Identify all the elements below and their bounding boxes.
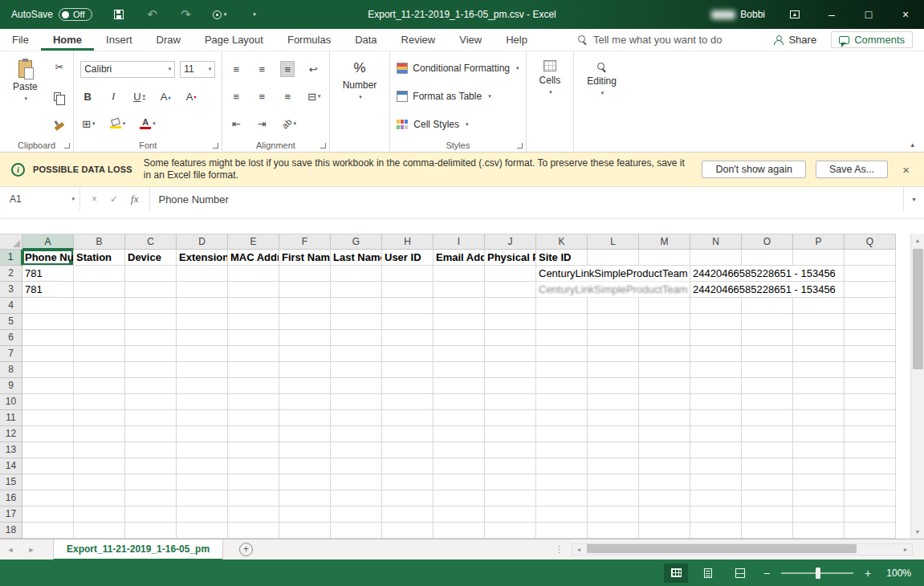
zoom-slider[interactable]	[781, 572, 853, 574]
cell-G4[interactable]	[331, 298, 382, 314]
cell-C1[interactable]: Device	[125, 250, 177, 266]
cell-H8[interactable]	[382, 362, 434, 378]
cell-A4[interactable]	[22, 298, 74, 314]
expand-formula-bar-button[interactable]: ▾	[903, 187, 924, 211]
cell-D15[interactable]	[177, 474, 228, 490]
column-header-F[interactable]: F	[279, 234, 331, 250]
cell-B15[interactable]	[74, 474, 125, 490]
fill-color-button[interactable]: ▾	[108, 116, 128, 132]
cell-E17[interactable]	[228, 507, 279, 523]
column-header-O[interactable]: O	[742, 234, 793, 250]
cell-M8[interactable]	[639, 362, 690, 378]
merge-center-button[interactable]: ⊟▾	[306, 88, 322, 104]
row-header-2[interactable]: 2	[0, 266, 22, 282]
user-name[interactable]: Bobbi	[740, 9, 765, 20]
row-header-7[interactable]: 7	[0, 346, 22, 362]
cell-G17[interactable]	[331, 507, 382, 523]
cell-O12[interactable]	[742, 426, 793, 442]
cell-O6[interactable]	[742, 330, 793, 346]
cell-N12[interactable]	[690, 426, 742, 442]
cell-B12[interactable]	[74, 426, 125, 442]
cell-G13[interactable]	[331, 442, 382, 458]
cell-L18[interactable]	[588, 523, 639, 539]
cell-L9[interactable]	[588, 378, 639, 394]
cell-L4[interactable]	[588, 298, 639, 314]
cell-Q11[interactable]	[845, 410, 896, 426]
cell-H17[interactable]	[382, 507, 434, 523]
cell-I12[interactable]	[434, 426, 485, 442]
cell-G3[interactable]	[331, 282, 382, 298]
cell-B17[interactable]	[74, 507, 125, 523]
row-header-13[interactable]: 13	[0, 442, 22, 458]
cell-H7[interactable]	[382, 346, 434, 362]
cell-J2[interactable]	[485, 266, 536, 282]
editing-button[interactable]: Editing ▾	[580, 55, 623, 136]
cell-B3[interactable]	[74, 282, 125, 298]
row-header-10[interactable]: 10	[0, 394, 22, 410]
sheet-tab-active[interactable]: Export_11-21-2019_1-16-05_pm	[53, 539, 223, 560]
cell-D8[interactable]	[177, 362, 228, 378]
cell-L6[interactable]	[588, 330, 639, 346]
cancel-button[interactable]: ×	[92, 193, 97, 205]
cell-A2[interactable]: 781	[22, 266, 74, 282]
cell-D7[interactable]	[177, 346, 228, 362]
cell-G12[interactable]	[331, 426, 382, 442]
cell-Q1[interactable]	[845, 250, 896, 266]
conditional-formatting-button[interactable]: Conditional Formatting▾	[397, 59, 519, 78]
cell-C5[interactable]	[125, 314, 177, 330]
cell-F6[interactable]	[279, 330, 331, 346]
zoom-slider-thumb[interactable]	[816, 568, 820, 579]
bold-button[interactable]: B	[80, 88, 95, 104]
cell-B4[interactable]	[74, 298, 125, 314]
tab-help[interactable]: Help	[494, 29, 539, 51]
cell-K9[interactable]	[536, 378, 588, 394]
cell-F10[interactable]	[279, 394, 331, 410]
cell-J1[interactable]: Physical P	[485, 250, 536, 266]
cell-Q17[interactable]	[845, 507, 896, 523]
scroll-down-button[interactable]: ▼	[911, 525, 924, 539]
cell-E2[interactable]	[228, 266, 279, 282]
cell-B14[interactable]	[74, 458, 125, 474]
maximize-button[interactable]: □	[850, 0, 887, 29]
cell-C4[interactable]	[125, 298, 177, 314]
cell-K2[interactable]: CenturyLinkSimpleProductTeam	[536, 266, 588, 282]
column-header-K[interactable]: K	[536, 234, 588, 250]
cell-F3[interactable]	[279, 282, 331, 298]
cell-D6[interactable]	[177, 330, 228, 346]
cell-N15[interactable]	[690, 474, 742, 490]
cell-D18[interactable]	[177, 523, 228, 539]
cell-I1[interactable]: Email Add	[434, 250, 485, 266]
cell-B13[interactable]	[74, 442, 125, 458]
cell-K4[interactable]	[536, 298, 588, 314]
row-header-18[interactable]: 18	[0, 523, 22, 539]
cell-B6[interactable]	[74, 330, 125, 346]
cell-M14[interactable]	[639, 458, 690, 474]
row-header-17[interactable]: 17	[0, 507, 22, 523]
cell-J10[interactable]	[485, 394, 536, 410]
column-header-L[interactable]: L	[588, 234, 639, 250]
tab-draw[interactable]: Draw	[145, 29, 193, 51]
cell-J15[interactable]	[485, 474, 536, 490]
cell-M10[interactable]	[639, 394, 690, 410]
cell-M11[interactable]	[639, 410, 690, 426]
row-header-1[interactable]: 1	[0, 250, 22, 266]
row-header-6[interactable]: 6	[0, 330, 22, 346]
cell-D3[interactable]	[177, 282, 228, 298]
zoom-out-button[interactable]: −	[760, 567, 773, 580]
cell-I9[interactable]	[434, 378, 485, 394]
cell-A18[interactable]	[22, 523, 74, 539]
cell-B11[interactable]	[74, 410, 125, 426]
cell-H16[interactable]	[382, 490, 434, 507]
cell-H14[interactable]	[382, 458, 434, 474]
column-header-N[interactable]: N	[690, 234, 742, 250]
cell-N7[interactable]	[690, 346, 742, 362]
cell-G5[interactable]	[331, 314, 382, 330]
touch-mode-button[interactable]: ▾	[213, 6, 227, 23]
cell-O9[interactable]	[742, 378, 793, 394]
increase-font-size-button[interactable]: A▴	[158, 88, 173, 104]
minimize-button[interactable]: –	[813, 0, 850, 29]
cell-E18[interactable]	[228, 523, 279, 539]
cell-P12[interactable]	[793, 426, 845, 442]
cell-F2[interactable]	[279, 266, 331, 282]
font-dialog-launcher[interactable]	[213, 143, 218, 149]
